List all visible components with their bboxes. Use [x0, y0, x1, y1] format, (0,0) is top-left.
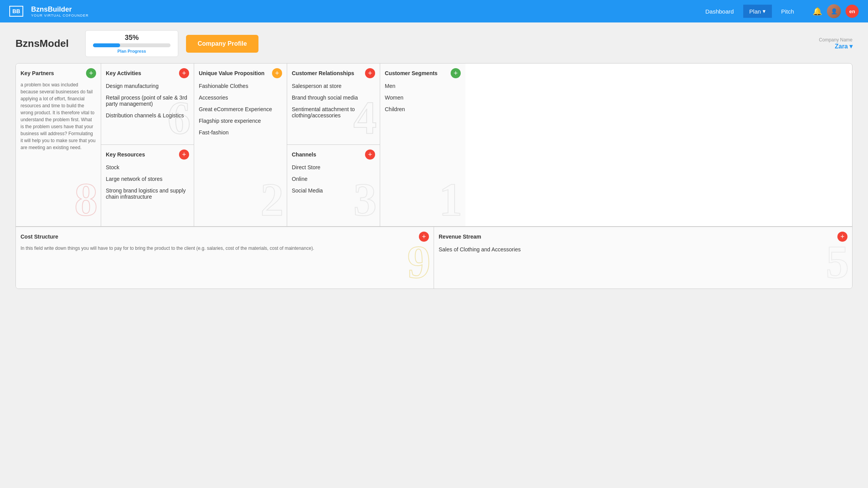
company-name-label: Company Name: [819, 37, 852, 43]
navbar: BB BznsBuilder YOUR VIRTUAL COFOUNDER Da…: [0, 0, 868, 22]
key-partners-cell: Key Partners + a problem box was include…: [16, 64, 101, 226]
key-activity-item-1: Design manufacturing: [106, 81, 189, 91]
channels-title: Channels: [292, 151, 316, 158]
customer-segments-title: Customer Segments: [385, 70, 437, 76]
revenue-stream-add-button[interactable]: +: [837, 232, 847, 242]
company-profile-button[interactable]: Company Profile: [186, 35, 258, 53]
cost-structure-header: Cost Structure +: [21, 232, 429, 242]
company-name-arrow[interactable]: ▾: [849, 43, 852, 50]
nav-links: Dashboard Plan ▾ Pitch: [699, 5, 800, 18]
key-resource-item-2: Large network of stores: [106, 174, 189, 184]
logo-name: BznsBuilder: [31, 5, 72, 13]
canvas-top-row: Key Partners + a problem box was include…: [16, 64, 852, 227]
uvp-watermark: 2: [260, 177, 284, 223]
segment-item-3: Children: [385, 105, 461, 114]
channel-item-2: Online: [292, 174, 375, 184]
progress-label: Plan Progress: [117, 49, 146, 53]
key-activities-header: Key Activities +: [106, 68, 189, 78]
nav-pitch[interactable]: Pitch: [775, 5, 800, 18]
cost-structure-add-button[interactable]: +: [419, 232, 429, 242]
uvp-item-5: Fast-fashion: [199, 128, 282, 137]
cs-watermark: 1: [439, 177, 462, 223]
progress-bar-wrap: [93, 43, 170, 47]
uvp-item-3: Great eCommerce Experience: [199, 105, 282, 114]
uvp-item-1: Fashionable Clothes: [199, 81, 282, 91]
progress-bar-fill: [93, 43, 120, 47]
customer-relationships-header: Customer Relationships +: [292, 68, 375, 78]
key-partners-add-button[interactable]: +: [86, 68, 96, 78]
logo-bb: BB: [9, 6, 23, 17]
revenue-stream-title: Revenue Stream: [439, 234, 481, 240]
nav-plan[interactable]: Plan ▾: [743, 5, 772, 18]
customer-segments-items: Men Women Children: [385, 81, 461, 114]
key-partners-watermark: 8: [74, 177, 98, 223]
page-title: BznsModel: [16, 38, 78, 50]
channels-header: Channels +: [292, 149, 375, 160]
key-activity-item-3: Distribution channels & Logistics: [106, 111, 189, 120]
cost-structure-placeholder: In this field write down things you will…: [21, 245, 429, 252]
customer-segments-cell: Customer Segments + Men Women Children 1: [380, 64, 465, 226]
key-resources-items: Stock Large network of stores Strong bra…: [106, 163, 189, 201]
segment-item-1: Men: [385, 81, 461, 91]
uvp-item-4: Flagship store experience: [199, 116, 282, 125]
key-activity-item-2: Retail process (point of sale & 3rd part…: [106, 93, 189, 108]
key-resources-header: Key Resources +: [106, 149, 189, 160]
avatar: 👤: [827, 4, 841, 18]
key-activities-title: Key Activities: [106, 70, 141, 76]
customer-relationships-items: Salesperson at store Brand through socia…: [292, 81, 375, 120]
key-resources-add-button[interactable]: +: [179, 149, 189, 160]
progress-section: 35% Plan Progress: [85, 30, 178, 57]
key-activities-add-button[interactable]: +: [179, 68, 189, 78]
company-name: Zara: [835, 43, 848, 50]
cr-item-2: Brand through social media: [292, 93, 375, 102]
nav-right: 🔔 👤 en: [813, 4, 859, 18]
cr-item-3: Sentimental attachment to clothing/acces…: [292, 105, 375, 120]
cost-structure-title: Cost Structure: [21, 234, 58, 240]
cost-structure-cell: Cost Structure + In this field write dow…: [16, 227, 434, 289]
revenue-stream-cell: Revenue Stream + Sales of Clothing and A…: [434, 227, 852, 289]
company-name-value: Zara ▾: [835, 43, 852, 50]
key-resource-item-1: Stock: [106, 163, 189, 172]
main-content: BznsModel 35% Plan Progress Company Prof…: [0, 22, 868, 297]
segment-item-2: Women: [385, 93, 461, 102]
customer-segments-add-button[interactable]: +: [451, 68, 461, 78]
canvas-bottom-row: Cost Structure + In this field write dow…: [16, 227, 852, 289]
uvp-add-button[interactable]: +: [272, 68, 282, 78]
uvp-header: Unique Value Proposition +: [199, 68, 282, 78]
key-partners-title: Key Partners: [21, 70, 54, 76]
business-canvas: Key Partners + a problem box was include…: [16, 63, 852, 289]
key-partners-placeholder: a problem box was included because sever…: [21, 81, 96, 151]
customer-relationships-title: Customer Relationships: [292, 70, 354, 76]
channels-items: Direct Store Online Social Media: [292, 163, 375, 195]
key-activities-items: Design manufacturing Retail process (poi…: [106, 81, 189, 120]
customer-relationships-add-button[interactable]: +: [365, 68, 375, 78]
channel-item-1: Direct Store: [292, 163, 375, 172]
logo-area: BznsBuilder YOUR VIRTUAL COFOUNDER: [31, 5, 89, 17]
uvp-title: Unique Value Proposition: [199, 70, 265, 76]
channel-item-3: Social Media: [292, 186, 375, 195]
uvp-cell: Unique Value Proposition + Fashionable C…: [194, 64, 287, 226]
logo-sub: YOUR VIRTUAL COFOUNDER: [31, 14, 89, 17]
revenue-stream-items: Sales of Clothing and Accessories: [439, 245, 847, 254]
key-partners-header: Key Partners +: [21, 68, 96, 78]
channels-add-button[interactable]: +: [365, 149, 375, 160]
header-bar: BznsModel 35% Plan Progress Company Prof…: [16, 30, 852, 57]
language-badge[interactable]: en: [846, 5, 859, 18]
customer-relationships-cell: Customer Relationships + Salesperson at …: [287, 64, 380, 226]
nav-dashboard[interactable]: Dashboard: [699, 5, 740, 18]
customer-segments-header: Customer Segments +: [385, 68, 461, 78]
uvp-items: Fashionable Clothes Accessories Great eC…: [199, 81, 282, 137]
company-name-section: Company Name Zara ▾: [819, 37, 852, 50]
bell-icon[interactable]: 🔔: [813, 7, 822, 16]
uvp-item-2: Accessories: [199, 93, 282, 102]
revenue-item-1: Sales of Clothing and Accessories: [439, 245, 847, 254]
key-resources-title: Key Resources: [106, 151, 145, 158]
revenue-stream-header: Revenue Stream +: [439, 232, 847, 242]
progress-percent: 35%: [125, 34, 139, 42]
key-activities-cell: Key Activities + Design manufacturing Re…: [101, 64, 194, 226]
cr-item-1: Salesperson at store: [292, 81, 375, 91]
key-resource-item-3: Strong brand logistics and supply chain …: [106, 186, 189, 201]
